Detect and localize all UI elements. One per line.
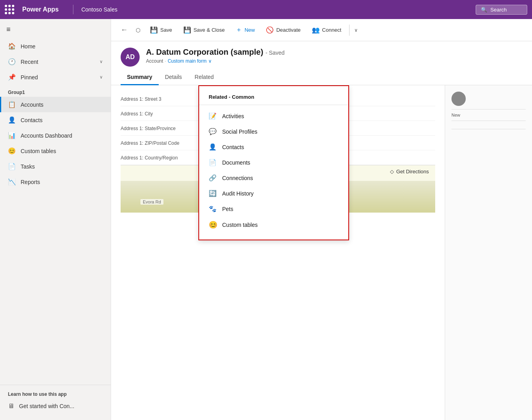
sidebar-item-custom-tables[interactable]: 😊 Custom tables	[0, 143, 111, 159]
record-title-area: A. Datum Corporation (sample) - Saved Ac…	[146, 48, 284, 64]
sidebar-item-home[interactable]: 🏠 Home	[0, 38, 111, 54]
sidebar-recent-label: Recent	[21, 59, 38, 65]
map-road-label: Evora Rd	[140, 199, 163, 205]
related-item-pets[interactable]: 🐾 Pets	[199, 201, 348, 217]
save-close-button[interactable]: 💾 Save & Close	[179, 24, 230, 36]
tab-summary[interactable]: Summary	[121, 70, 159, 85]
tab-details[interactable]: Details	[159, 70, 188, 85]
related-pets-label: Pets	[222, 206, 233, 212]
toolbar-more-button[interactable]: ∨	[353, 25, 359, 35]
custom-tables-icon: 😊	[8, 147, 16, 155]
hamburger-menu-button[interactable]: ≡	[0, 22, 111, 37]
meta-separator: ·	[165, 58, 166, 64]
right-panel-text	[451, 124, 526, 126]
save-label: Save	[160, 27, 172, 33]
right-panel-divider-3	[451, 129, 526, 129]
tabs-bar: Summary Details Related	[111, 70, 532, 85]
connect-button[interactable]: 👥 Connect	[307, 24, 346, 36]
right-new-label: New	[451, 113, 526, 117]
right-panel-divider-2	[451, 121, 526, 121]
toolbar: ← ⬡ 💾 Save 💾 Save & Close ＋ New 🚫 Deacti…	[111, 19, 532, 41]
sidebar-contacts-label: Contacts	[21, 117, 42, 123]
save-button[interactable]: 💾 Save	[145, 24, 177, 36]
related-activities-label: Activities	[222, 113, 244, 119]
record-title: A. Datum Corporation (sample) - Saved	[146, 48, 284, 57]
related-dropdown: Related - Common 📝 Activities 💬 Social P…	[198, 85, 349, 240]
tab-related[interactable]: Related	[188, 70, 220, 85]
activities-icon: 📝	[209, 112, 217, 120]
contacts-icon: 👤	[209, 143, 217, 151]
avatar: AD	[121, 48, 140, 67]
connect-label: Connect	[322, 27, 341, 33]
related-item-contacts[interactable]: 👤 Contacts	[199, 139, 348, 155]
related-item-connections[interactable]: 🔗 Connections	[199, 170, 348, 186]
tasks-icon: 📄	[8, 163, 16, 170]
deactivate-label: Deactivate	[276, 27, 300, 33]
nav-divider	[73, 5, 73, 14]
saved-status: - Saved	[265, 50, 284, 56]
expand-button[interactable]: ⬡	[133, 25, 144, 36]
form-chevron-icon: ∨	[208, 58, 212, 64]
search-button[interactable]: 🔍 Search	[476, 5, 527, 15]
new-label: New	[244, 27, 255, 33]
sidebar-footer: Learn how to use this app 🖥 Get started …	[0, 385, 111, 417]
sidebar-tasks-label: Tasks	[21, 163, 35, 170]
main-layout: ≡ 🏠 Home 🕐 Recent ∨ 📌 Pinned ∨ Group1 📋 …	[0, 19, 532, 420]
sidebar-item-contacts[interactable]: 👤 Contacts	[0, 112, 111, 128]
related-item-custom-tables[interactable]: 😊 Custom tables	[199, 217, 348, 233]
content-area: ← ⬡ 💾 Save 💾 Save & Close ＋ New 🚫 Deacti…	[111, 19, 532, 420]
related-item-social-profiles[interactable]: 💬 Social Profiles	[199, 124, 348, 139]
app-launcher-icon[interactable]	[5, 5, 14, 14]
chevron-down-icon: ∨	[100, 59, 103, 64]
directions-icon: ◇	[390, 169, 394, 175]
sidebar-item-pinned[interactable]: 📌 Pinned ∨	[0, 69, 111, 85]
sidebar-item-get-started[interactable]: 🖥 Get started with Con...	[0, 399, 111, 414]
related-item-documents[interactable]: 📄 Documents	[199, 155, 348, 170]
right-panel-text-2	[451, 132, 526, 134]
related-audit-history-label: Audit History	[222, 190, 254, 197]
connections-icon: 🔗	[209, 174, 217, 182]
app-name-label: Contoso Sales	[81, 6, 117, 13]
new-button[interactable]: ＋ New	[231, 23, 259, 36]
dashboard-icon: 📊	[8, 132, 16, 139]
brand-label: Power Apps	[22, 6, 59, 13]
pinned-icon: 📌	[8, 73, 16, 81]
sidebar-dashboard-label: Accounts Dashboard	[21, 132, 72, 139]
right-panel-avatar	[451, 92, 466, 106]
top-navigation: Power Apps Contoso Sales 🔍 Search	[0, 0, 532, 19]
form-left: Address 1: Street 3 Address 1: City Addr…	[111, 85, 445, 420]
sidebar-item-tasks[interactable]: 📄 Tasks	[0, 159, 111, 174]
contacts-icon: 👤	[8, 116, 16, 124]
sidebar-reports-label: Reports	[21, 179, 40, 185]
form-name-label: Custom main form	[168, 58, 207, 64]
sidebar-item-accounts-dashboard[interactable]: 📊 Accounts Dashboard	[0, 128, 111, 143]
deactivate-button[interactable]: 🚫 Deactivate	[261, 24, 305, 36]
form-selector-button[interactable]: Custom main form ∨	[168, 58, 212, 64]
social-profiles-icon: 💬	[209, 128, 217, 135]
search-label: Search	[490, 7, 507, 13]
save-close-icon: 💾	[183, 26, 191, 34]
reports-icon: 📉	[8, 178, 16, 186]
get-directions-button[interactable]: ◇ Get Directions	[390, 169, 429, 175]
sidebar-group-title: Group1	[0, 85, 111, 97]
sidebar-item-reports[interactable]: 📉 Reports	[0, 174, 111, 190]
sidebar-pinned-label: Pinned	[21, 74, 38, 81]
related-custom-tables-label: Custom tables	[222, 222, 257, 228]
related-dropdown-title: Related - Common	[199, 92, 348, 105]
sidebar-item-recent[interactable]: 🕐 Recent ∨	[0, 54, 111, 69]
sidebar-item-accounts[interactable]: 📋 Accounts	[0, 97, 111, 112]
related-item-audit-history[interactable]: 🔄 Audit History	[199, 186, 348, 201]
record-meta: Account · Custom main form ∨	[146, 58, 284, 64]
back-button[interactable]: ←	[117, 23, 131, 36]
sidebar-accounts-label: Accounts	[21, 102, 44, 108]
related-item-activities[interactable]: 📝 Activities	[199, 108, 348, 124]
right-panel-divider	[451, 109, 526, 109]
get-started-icon: 🖥	[8, 403, 14, 410]
documents-icon: 📄	[209, 159, 217, 166]
field-label: Address 1: Country/Region	[121, 154, 200, 161]
field-label: Address 1: State/Province	[121, 125, 200, 131]
sidebar-custom-tables-label: Custom tables	[21, 148, 56, 154]
accounts-icon: 📋	[8, 101, 16, 108]
get-directions-label: Get Directions	[396, 169, 429, 175]
sidebar: ≡ 🏠 Home 🕐 Recent ∨ 📌 Pinned ∨ Group1 📋 …	[0, 19, 111, 420]
